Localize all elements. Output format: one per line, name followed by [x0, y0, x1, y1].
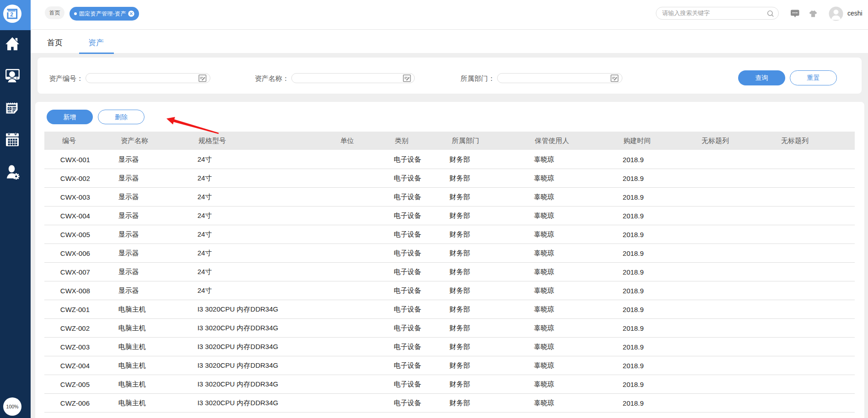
- svg-text:2: 2: [10, 11, 13, 18]
- svg-text:G: G: [8, 107, 11, 110]
